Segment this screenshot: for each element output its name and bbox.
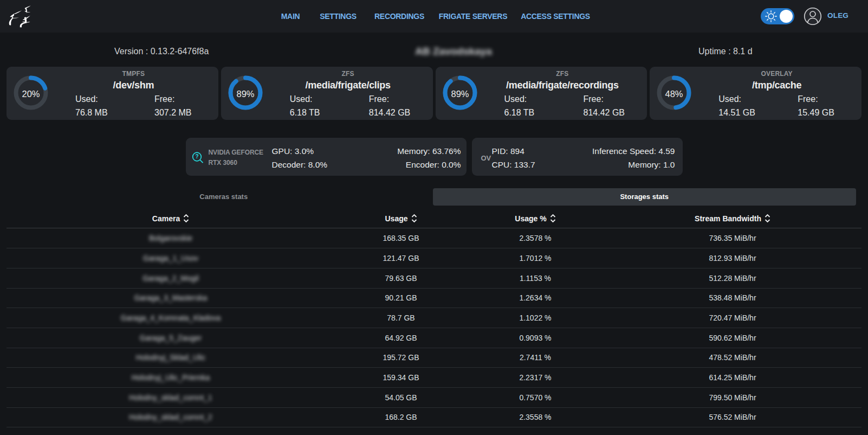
svg-text:48%: 48% [665,89,683,99]
svg-text:?: ? [195,153,198,159]
svg-text:89%: 89% [451,89,469,99]
svg-text:89%: 89% [236,89,254,99]
svg-text:20%: 20% [22,89,40,99]
